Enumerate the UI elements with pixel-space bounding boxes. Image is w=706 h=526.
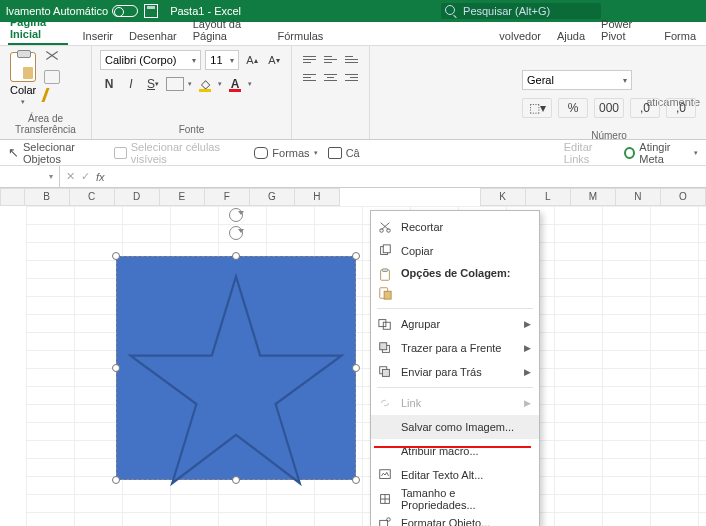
align-middle-icon[interactable]	[321, 50, 340, 68]
menu-group[interactable]: Agrupar▶	[371, 312, 539, 336]
tab-home[interactable]: Página Inicial	[8, 12, 68, 45]
tab-formulas[interactable]: Fórmulas	[276, 26, 326, 45]
currency-button[interactable]: ⬚▾	[522, 98, 552, 118]
worksheet-area[interactable]: B C D E F G H K L M N O Recortar Copiar	[0, 188, 706, 526]
format-painter-icon[interactable]	[42, 88, 63, 102]
paste-label: Colar	[10, 84, 36, 96]
menu-copy[interactable]: Copiar	[371, 239, 539, 263]
col-O[interactable]: O	[661, 188, 706, 206]
resize-handle[interactable]	[352, 476, 360, 484]
size-icon	[377, 491, 393, 507]
resize-handle[interactable]	[352, 364, 360, 372]
menu-size-properties[interactable]: Tamanho e Propriedades...	[371, 487, 539, 511]
increase-decimal-button[interactable]: ,0	[630, 98, 660, 118]
decrease-decimal-button[interactable]: ,0	[666, 98, 696, 118]
tab-developer[interactable]: volvedor	[497, 26, 543, 45]
menu-cut[interactable]: Recortar	[371, 215, 539, 239]
col-F[interactable]: F	[205, 188, 250, 206]
percent-button[interactable]: %	[558, 98, 588, 118]
resize-handle[interactable]	[352, 252, 360, 260]
align-bottom-icon[interactable]	[342, 50, 361, 68]
search-box[interactable]: Pesquisar (Alt+G)	[441, 3, 601, 19]
col-D[interactable]: D	[115, 188, 160, 206]
tab-help[interactable]: Ajuda	[555, 26, 587, 45]
select-visible-cells-button: Selecionar células visíveis	[114, 141, 244, 165]
cancel-icon[interactable]: ✕	[66, 170, 75, 183]
bold-button[interactable]: N	[100, 74, 118, 94]
rotate-handle-icon[interactable]	[229, 208, 243, 222]
align-right-icon[interactable]	[342, 68, 361, 86]
camera-button[interactable]: Câ	[328, 147, 360, 159]
name-box[interactable]: ▾	[0, 166, 60, 187]
select-objects-button[interactable]: ↖Selecionar Objetos	[8, 141, 104, 165]
paste-button[interactable]: Colar ▾	[8, 50, 38, 108]
col-L[interactable]: L	[526, 188, 571, 206]
autosave-switch-icon[interactable]	[112, 5, 138, 17]
borders-button[interactable]	[166, 77, 184, 91]
rotate-handle-icon[interactable]	[229, 226, 243, 240]
copy-icon[interactable]	[44, 70, 60, 84]
number-format-combo[interactable]: Geral▾	[522, 70, 632, 90]
italic-button[interactable]: I	[122, 74, 140, 94]
col-K[interactable]: K	[481, 188, 526, 206]
cut-icon[interactable]	[44, 52, 60, 66]
col-M[interactable]: M	[571, 188, 616, 206]
font-group-label: Fonte	[100, 122, 283, 139]
font-size-combo[interactable]: 11▾	[205, 50, 239, 70]
paste-option-button[interactable]	[371, 281, 539, 305]
selected-shape[interactable]	[108, 248, 364, 488]
separator	[377, 308, 533, 309]
svg-rect-17	[380, 520, 388, 526]
resize-handle[interactable]	[232, 476, 240, 484]
resize-handle[interactable]	[232, 252, 240, 260]
svg-rect-9	[379, 320, 386, 327]
fx-icon[interactable]: fx	[96, 171, 105, 183]
align-top-icon[interactable]	[300, 50, 319, 68]
tab-insert[interactable]: Inserir	[80, 26, 115, 45]
clipboard-icon	[10, 52, 36, 82]
save-icon[interactable]	[144, 4, 158, 18]
svg-rect-15	[380, 470, 391, 479]
increase-font-icon[interactable]: A▴	[243, 50, 261, 70]
menu-format-object[interactable]: Formatar Objeto...	[371, 511, 539, 526]
search-placeholder: Pesquisar (Alt+G)	[463, 5, 550, 17]
align-left-icon[interactable]	[300, 68, 319, 86]
resize-handle[interactable]	[112, 252, 120, 260]
submenu-arrow-icon: ▶	[524, 367, 531, 377]
fill-color-button[interactable]: ◇	[196, 74, 214, 94]
col-E[interactable]: E	[160, 188, 205, 206]
atingir-meta-button[interactable]: Atingir Meta▾	[624, 141, 698, 165]
menu-bring-front[interactable]: Trazer para a Frente▶	[371, 336, 539, 360]
separator	[377, 387, 533, 388]
tab-powerpivot[interactable]: Power Pivot	[599, 14, 650, 45]
col-G[interactable]: G	[250, 188, 295, 206]
select-all-corner[interactable]	[0, 188, 25, 206]
align-center-icon[interactable]	[321, 68, 340, 86]
col-C[interactable]: C	[70, 188, 115, 206]
thousands-button[interactable]: 000	[594, 98, 624, 118]
enter-icon[interactable]: ✓	[81, 170, 90, 183]
highlight-underline	[374, 446, 531, 448]
tab-draw[interactable]: Desenhar	[127, 26, 179, 45]
svg-point-18	[387, 518, 391, 522]
scissors-icon	[377, 219, 393, 235]
star-shape[interactable]	[126, 272, 346, 470]
resize-handle[interactable]	[112, 476, 120, 484]
col-H[interactable]: H	[295, 188, 340, 206]
shapes-button[interactable]: Formas▾	[254, 147, 317, 159]
resize-handle[interactable]	[112, 364, 120, 372]
formula-input[interactable]	[111, 166, 706, 187]
menu-link: Link▶	[371, 391, 539, 415]
decrease-font-icon[interactable]: A▾	[265, 50, 283, 70]
menu-edit-alt-text[interactable]: Editar Texto Alt...	[371, 463, 539, 487]
col-N[interactable]: N	[616, 188, 661, 206]
font-name-combo[interactable]: Calibri (Corpo)▾	[100, 50, 201, 70]
menu-assign-macro[interactable]: Atribuir macro...	[371, 439, 539, 463]
tab-layout[interactable]: Layout da Página	[191, 14, 264, 45]
menu-save-as-image[interactable]: Salvar como Imagem...	[371, 415, 539, 439]
col-B[interactable]: B	[25, 188, 70, 206]
menu-send-back[interactable]: Enviar para Trás▶	[371, 360, 539, 384]
underline-button[interactable]: S▾	[144, 74, 162, 94]
tab-format[interactable]: Forma	[662, 26, 698, 45]
font-color-button[interactable]: A	[226, 74, 244, 94]
